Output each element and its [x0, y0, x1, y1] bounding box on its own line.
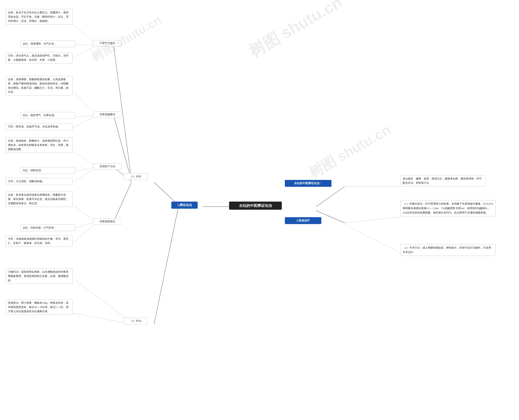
external-treatment-node: （2）外治 — [123, 318, 148, 324]
svg-line-4 — [154, 209, 178, 324]
center-node: 水疝的中医辨证论治 — [229, 202, 282, 210]
zhifa4-box: 治法：活血化瘀，行气利水。 — [20, 225, 75, 231]
watermark2: 树图 shutu.cn — [245, 0, 346, 63]
svg-line-11 — [73, 46, 95, 58]
zhenghou1-box: 证候：多见于先天性水疝之婴幼儿。阴囊肿大，甚则亮如水晶，不红不热，无痛，睡卧时缩… — [6, 9, 73, 24]
zhifa2-box: 治法：疏肝理气，祛寒化湿。 — [20, 112, 75, 119]
other-treatment2-box: （2）手术疗法：成人鞘膜积液较多，肿块较大，经保守治疗无效时，可采用手术治疗。 — [400, 244, 496, 256]
svg-line-12 — [73, 91, 95, 113]
svg-line-22 — [73, 313, 131, 324]
internal-treatment-node: （1）内治 — [123, 173, 148, 180]
svg-line-16 — [73, 167, 95, 172]
svg-line-25 — [345, 225, 401, 253]
zhifa1-box: 治法：温肾通阳，化气行水。 — [20, 40, 75, 47]
svg-line-9 — [73, 24, 95, 44]
fangya02-box: 方药：陈苓汤、加减导气汤、水疝汤等加减。 — [6, 123, 73, 130]
syndrome4-node: ④瘀血阻络证 — [93, 218, 122, 225]
svg-line-18 — [73, 206, 95, 220]
svg-line-15 — [73, 151, 95, 166]
fangya03-box: 方药：大分清饮、清解汤加减。 — [6, 178, 73, 185]
watermark1: 树图 shutu.cn — [88, 12, 164, 65]
left-branch-node: 1.辨证论治 — [171, 202, 198, 209]
svg-line-21 — [73, 278, 131, 322]
other-treatment1-box: （1）药物注射法：对于壁薄而小的积液，在局麻下先穿刺抽尽囊液，注入25%葡萄糖化… — [400, 200, 496, 216]
watermark3: 树图 shutu.cn — [305, 120, 394, 183]
fangya01-box: 方药：济生肾气丸、真武汤加胡芦巴、巴戟天、淫羊藿，少腹胀痛者，加乌药、木香、小茴… — [6, 52, 73, 64]
svg-line-19 — [73, 222, 95, 229]
syndrome3-node: ③湿热下注证 — [93, 163, 122, 170]
svg-line-6 — [114, 115, 131, 180]
zhifa3-box: 治法：清热化湿。 — [20, 167, 75, 174]
waizhi1-box: ①敷药法：湿热型用金黄散，以水调敷患处医学教育网搜集整理。寒湿型用回阳玉龙膏，以… — [6, 269, 73, 284]
zhenghou4-box: 证候：多有睾丸损伤或睾丸肿瘤病史。阴囊肿大坚痛，睾丸肿痛，积液可呈红色，透光试验… — [6, 191, 73, 207]
other-treatment-node: 2.其他治疗 — [285, 217, 321, 224]
right-overview-node: 水疝的中医辨证论治： — [285, 180, 331, 187]
right-overview-box: 多以疏肝、健脾、益肾、除湿为主；兼瘀者化瘀，兼热者泄热；并可配合外治、穿刺等疗法 — [400, 175, 486, 187]
waizhi2-box: ②热熨法：用小茴香、橘核各100g，研粗末炒热，装布袋内热熨患处，每次20～30… — [6, 300, 73, 315]
syndrome2-node: ②寒湿凝聚证 — [93, 112, 122, 118]
svg-line-17 — [73, 169, 95, 182]
zhenghou2-box: 证候：发病缓慢，阴囊肿胀逐渐加重，久则皮肤硬厚，肿胀严重时阴茎内缩，影响排尿和性… — [6, 76, 73, 96]
syndrome1-node: ①肾气亏虚证 — [93, 40, 122, 46]
svg-line-3 — [154, 182, 178, 205]
svg-line-20 — [73, 223, 95, 243]
svg-line-14 — [73, 117, 95, 128]
fangya04-box: 方药：活血散瘀汤或桃红四物汤加牛膝、泽泻、薏苡仁、车前子、痛甚者，加元胡、没药。 — [6, 235, 73, 247]
zhenghou3-box: 证候：发病较快，阴囊肿大，皮肤潮湿而红热；伴小便短赤，或有睾丸肿痛及全身发热；舌… — [6, 137, 73, 153]
svg-line-8 — [114, 182, 131, 222]
svg-line-24 — [345, 217, 401, 223]
svg-line-13 — [73, 115, 95, 118]
svg-line-1 — [316, 186, 345, 207]
